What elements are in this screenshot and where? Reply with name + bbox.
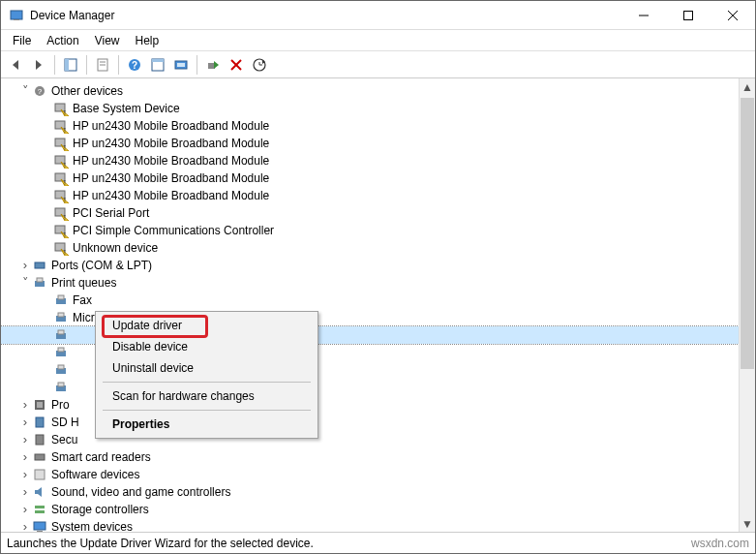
tree-label: Print queues — [51, 276, 116, 290]
tree-item[interactable]: !Base System Device — [1, 100, 739, 117]
tree-label: Software devices — [51, 468, 139, 481]
tree-node-smart-card-readers[interactable]: ›Smart card readers — [1, 448, 739, 466]
tree-label: PCI Serial Port — [73, 206, 149, 220]
context-menu: Update driver Disable device Uninstall d… — [95, 311, 318, 439]
warning-device-icon: ! — [53, 223, 69, 238]
toolbar: ? — [1, 51, 755, 78]
system-icon — [32, 519, 47, 532]
svg-rect-7 — [65, 59, 69, 71]
warning-device-icon: ! — [53, 136, 69, 151]
help-button[interactable]: ? — [124, 54, 145, 76]
scan-for-changes-button[interactable] — [249, 54, 270, 76]
tree-item[interactable]: !HP un2430 Mobile Broadband Module — [1, 117, 739, 135]
device-tree[interactable]: ˅ ? Other devices !Base System Device !H… — [1, 78, 739, 532]
context-menu-properties[interactable]: Properties — [99, 414, 315, 435]
collapse-icon[interactable]: ˅ — [18, 84, 32, 98]
menu-view[interactable]: View — [87, 32, 128, 49]
svg-rect-58 — [58, 330, 64, 334]
forward-button[interactable] — [28, 54, 49, 76]
printer-icon — [53, 380, 69, 395]
printer-icon — [53, 292, 69, 308]
printer-icon — [53, 327, 69, 343]
back-button[interactable] — [5, 54, 26, 76]
svg-rect-0 — [11, 11, 22, 19]
tree-item[interactable]: !HP un2430 Mobile Broadband Module — [1, 187, 739, 204]
maximize-button[interactable] — [666, 1, 711, 30]
statusbar-text: Launches the Update Driver Wizard for th… — [7, 537, 314, 550]
expand-icon[interactable]: › — [18, 468, 32, 481]
tree-node-system-devices[interactable]: ›System devices — [1, 518, 739, 532]
svg-rect-72 — [35, 510, 45, 513]
tree-label: Fax — [73, 293, 92, 307]
show-hide-console-tree-button[interactable] — [60, 54, 81, 76]
close-button[interactable] — [711, 1, 755, 30]
expand-icon[interactable]: › — [18, 416, 32, 429]
sd-icon — [32, 415, 47, 430]
tree-item[interactable]: !HP un2430 Mobile Broadband Module — [1, 152, 739, 169]
svg-text:!: ! — [64, 249, 66, 256]
watermark-text: wsxdn.com — [691, 537, 749, 550]
svg-rect-14 — [152, 59, 164, 62]
titlebar: Device Manager — [1, 1, 755, 30]
context-menu-update-driver[interactable]: Update driver — [99, 315, 315, 336]
expand-icon[interactable]: › — [18, 485, 32, 499]
card-reader-icon — [32, 449, 47, 465]
minimize-button[interactable] — [621, 1, 666, 30]
uninstall-device-button[interactable] — [226, 54, 247, 76]
svg-text:!: ! — [64, 214, 66, 221]
tree-item[interactable]: !PCI Simple Communications Controller — [1, 222, 739, 239]
menu-action[interactable]: Action — [39, 32, 86, 49]
context-menu-uninstall-device[interactable]: Uninstall device — [99, 357, 315, 379]
tree-node-other-devices[interactable]: ˅ ? Other devices — [1, 82, 739, 100]
scroll-up-icon[interactable]: ▲ — [740, 78, 755, 95]
expand-icon[interactable]: › — [18, 398, 32, 412]
tree-label: Pro — [51, 398, 70, 412]
svg-rect-3 — [684, 11, 693, 19]
expand-icon[interactable]: › — [18, 520, 32, 532]
tree-node-ports[interactable]: ›Ports (COM & LPT) — [1, 257, 739, 274]
tree-item[interactable]: Fax — [1, 292, 739, 309]
svg-rect-54 — [58, 295, 64, 299]
tree-label: HP un2430 Mobile Broadband Module — [73, 119, 269, 133]
expand-icon[interactable]: › — [18, 433, 32, 446]
tree-label: HP un2430 Mobile Broadband Module — [73, 137, 269, 150]
svg-text:!: ! — [64, 231, 66, 238]
context-menu-scan[interactable]: Scan for hardware changes — [99, 385, 315, 407]
tree-label: Other devices — [51, 84, 123, 98]
menu-file[interactable]: File — [5, 32, 39, 49]
window-title: Device Manager — [30, 9, 621, 22]
menu-help[interactable]: Help — [128, 32, 167, 49]
expand-icon[interactable]: › — [18, 450, 32, 464]
warning-device-icon: ! — [53, 101, 69, 116]
expand-icon[interactable]: › — [18, 503, 32, 516]
svg-rect-60 — [58, 348, 64, 352]
tree-node-storage[interactable]: ›Storage controllers — [1, 501, 739, 518]
enable-device-button[interactable] — [202, 54, 224, 76]
tree-node-sound[interactable]: ›Sound, video and game controllers — [1, 483, 739, 501]
update-driver-button[interactable] — [170, 54, 192, 76]
tree-item[interactable]: !Unknown device — [1, 239, 739, 257]
context-menu-disable-device[interactable]: Disable device — [99, 336, 315, 357]
tree-item[interactable]: !HP un2430 Mobile Broadband Module — [1, 135, 739, 152]
scrollbar-thumb[interactable] — [741, 98, 754, 369]
tree-item[interactable]: !PCI Serial Port — [1, 204, 739, 222]
security-icon — [32, 432, 47, 447]
expand-icon[interactable]: › — [18, 259, 32, 272]
printer-icon — [53, 345, 69, 360]
properties-button[interactable] — [92, 54, 113, 76]
tree-node-print-queues[interactable]: ˅Print queues — [1, 274, 739, 292]
tree-item[interactable]: !HP un2430 Mobile Broadband Module — [1, 169, 739, 187]
app-icon — [9, 8, 24, 23]
other-devices-icon: ? — [32, 83, 47, 99]
vertical-scrollbar[interactable]: ▲ ▼ — [739, 78, 755, 532]
statusbar: Launches the Update Driver Wizard for th… — [1, 532, 755, 553]
collapse-icon[interactable]: ˅ — [18, 276, 32, 290]
svg-text:!: ! — [64, 197, 66, 203]
tree-node-software-devices[interactable]: ›Software devices — [1, 466, 739, 483]
scan-hardware-button[interactable] — [147, 54, 168, 76]
context-menu-separator — [103, 382, 311, 383]
svg-text:?: ? — [132, 60, 137, 71]
tree-label: HP un2430 Mobile Broadband Module — [73, 154, 269, 168]
menubar: File Action View Help — [1, 30, 755, 51]
scroll-down-icon[interactable]: ▼ — [740, 515, 755, 532]
